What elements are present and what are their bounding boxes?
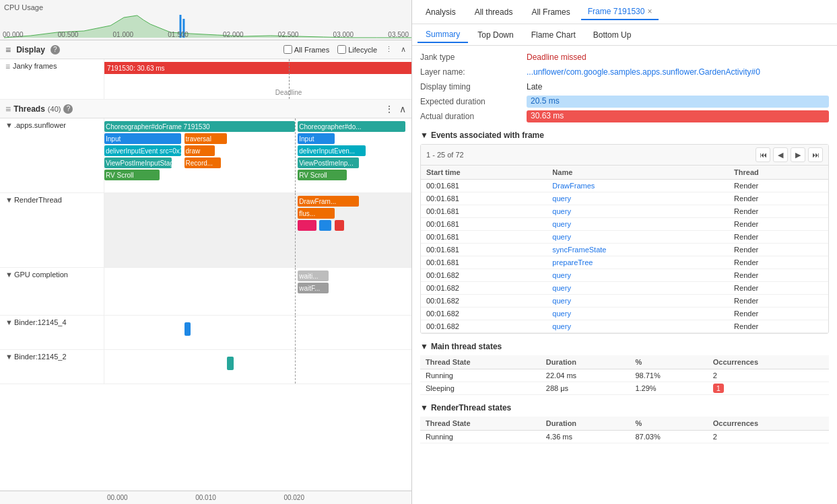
pagination-prev[interactable]: ◀ — [773, 147, 788, 162]
sub-tab-topdown[interactable]: Top Down — [469, 28, 521, 42]
expand-icon-render[interactable]: ▼ — [5, 196, 13, 204]
col-pct[interactable]: % — [630, 355, 707, 369]
table-row[interactable]: 00:01.681prepareTreeRender — [421, 256, 828, 269]
thread-label-sunflower: ▼ .apps.sunflower — [0, 118, 104, 192]
event-name[interactable]: query — [547, 192, 729, 205]
event-start: 00:01.682 — [421, 269, 547, 282]
display-collapse-icon[interactable]: ∧ — [401, 45, 406, 54]
event-name[interactable]: syncFrameState — [547, 244, 729, 256]
event-name[interactable]: query — [547, 295, 729, 308]
close-frame-tab[interactable]: × — [647, 7, 652, 16]
display-more-icon[interactable]: ⋮ — [385, 45, 393, 54]
display-bar: ≡ Display ? All Frames Lifecycle ⋮ ∧ — [0, 40, 411, 59]
sub-tab-summary[interactable]: Summary — [417, 27, 468, 43]
thread-block[interactable]: flus... — [298, 208, 335, 219]
event-name[interactable]: query — [547, 205, 729, 218]
main-thread-states-header[interactable]: ▼ Main thread states — [420, 342, 829, 351]
thread-block[interactable]: ViewPostImeInputStage id=0x2187c3a8 — [104, 157, 172, 168]
thread-block[interactable] — [335, 220, 344, 231]
event-name[interactable]: DrawFrames — [547, 180, 729, 192]
table-row[interactable]: 00:01.681DrawFramesRender — [421, 180, 828, 192]
display-timing-value: Late — [527, 81, 829, 93]
all-frames-check[interactable]: All Frames — [283, 45, 330, 54]
table-row[interactable]: 00:01.681syncFrameStateRender — [421, 244, 828, 256]
thread-block[interactable]: draw — [185, 145, 215, 156]
thread-block[interactable] — [298, 220, 316, 231]
table-row[interactable]: 00:01.682queryRender — [421, 320, 828, 333]
table-row[interactable]: 00:01.681queryRender — [421, 231, 828, 244]
render-thread-states-header[interactable]: ▼ RenderThread states — [420, 403, 829, 412]
table-row[interactable]: 00:01.681queryRender — [421, 218, 828, 231]
table-row[interactable]: 00:01.682queryRender — [421, 269, 828, 282]
threads-more-icon[interactable]: ⋮ — [384, 104, 394, 114]
all-frames-checkbox[interactable] — [283, 45, 292, 54]
pagination-first[interactable]: ⏮ — [756, 147, 770, 162]
thread-block[interactable]: waiti... — [298, 271, 329, 281]
expand-icon-gpu[interactable]: ▼ — [5, 271, 13, 279]
thread-block[interactable]: ViewPostImeInp... — [298, 157, 359, 168]
event-name[interactable]: query — [547, 269, 729, 282]
col-occ-r[interactable]: Occurrences — [708, 417, 829, 431]
expand-icon-binder2[interactable]: ▼ — [5, 353, 13, 361]
col-occ[interactable]: Occurrences — [708, 355, 829, 369]
threads-info-icon[interactable]: ? — [63, 104, 73, 114]
thread-block[interactable]: deliverInputEven... — [298, 145, 365, 156]
thread-content-render[interactable]: DrawFram... flus... — [104, 193, 411, 267]
thread-block[interactable]: DrawFram... — [298, 196, 359, 207]
threads-collapse-icon[interactable]: ∧ — [399, 104, 406, 114]
thread-content-sunflower[interactable]: Choreographer#doFrame 7191530 Choreograp… — [104, 118, 411, 192]
thread-block[interactable]: Input — [298, 133, 335, 144]
event-name[interactable]: query — [547, 308, 729, 320]
tab-all-frames[interactable]: All Frames — [523, 5, 578, 20]
sub-tab-bottomup[interactable]: Bottom Up — [585, 28, 640, 42]
col-duration-r[interactable]: Duration — [541, 417, 630, 431]
deadline-dashed-line — [295, 118, 296, 192]
thread-block[interactable]: RV Scroll — [104, 170, 160, 180]
col-duration[interactable]: Duration — [541, 355, 630, 369]
table-row[interactable]: 00:01.681queryRender — [421, 205, 828, 218]
layer-name-value[interactable]: ...unflower/com.google.samples.apps.sunf… — [527, 66, 829, 78]
expand-icon-sunflower[interactable]: ▼ — [5, 121, 13, 129]
tab-all-threads[interactable]: All threads — [467, 5, 521, 20]
col-pct-r[interactable]: % — [630, 417, 707, 431]
event-name[interactable]: query — [547, 231, 729, 244]
sub-tab-flamechart[interactable]: Flame Chart — [523, 28, 584, 42]
table-row[interactable]: 00:01.681queryRender — [421, 192, 828, 205]
col-start-time[interactable]: Start time — [421, 166, 547, 180]
thread-block[interactable]: Choreographer#do... — [298, 121, 405, 132]
thread-content-binder4[interactable] — [104, 316, 411, 349]
thread-block[interactable]: traversal — [185, 133, 228, 144]
thread-block[interactable] — [319, 220, 331, 231]
event-name[interactable]: prepareTree — [547, 256, 729, 269]
col-thread-state-r[interactable]: Thread State — [420, 417, 541, 431]
expand-icon-binder4[interactable]: ▼ — [5, 318, 13, 326]
thread-block[interactable]: Record... — [185, 157, 222, 168]
janky-bar[interactable]: 7191530: 30.63 ms — [104, 62, 411, 74]
event-name[interactable]: query — [547, 320, 729, 333]
lifecycle-check[interactable]: Lifecycle — [337, 45, 377, 54]
col-thread-state[interactable]: Thread State — [420, 355, 541, 369]
table-row[interactable]: 00:01.682queryRender — [421, 295, 828, 308]
thread-block[interactable]: deliverInputEvent src=0x1002 eventTimeNa… — [104, 145, 181, 156]
col-name[interactable]: Name — [547, 166, 729, 180]
thread-content-binder2[interactable] — [104, 350, 411, 384]
thread-block[interactable]: Input — [104, 133, 181, 144]
events-section-header[interactable]: ▼ Events associated with frame — [420, 131, 829, 140]
thread-block[interactable]: waitF... — [298, 283, 329, 293]
lifecycle-checkbox[interactable] — [337, 45, 346, 54]
table-row[interactable]: 00:01.682queryRender — [421, 308, 828, 320]
thread-block[interactable]: Choreographer#doFrame 7191530 — [104, 121, 295, 132]
thread-content-gpu[interactable]: waiti... waitF... — [104, 268, 411, 315]
tab-frame[interactable]: Frame 7191530 × — [581, 4, 659, 20]
thread-block[interactable] — [227, 357, 233, 370]
pagination-next[interactable]: ▶ — [791, 147, 805, 162]
thread-block[interactable]: RV Scroll — [298, 170, 347, 180]
event-name[interactable]: query — [547, 218, 729, 231]
display-info-icon[interactable]: ? — [51, 45, 60, 55]
col-thread[interactable]: Thread — [729, 166, 828, 180]
tab-analysis[interactable]: Analysis — [417, 5, 464, 20]
thread-block[interactable] — [185, 322, 191, 336]
table-row[interactable]: 00:01.682queryRender — [421, 282, 828, 295]
event-name[interactable]: query — [547, 282, 729, 295]
pagination-last[interactable]: ⏭ — [808, 147, 823, 162]
